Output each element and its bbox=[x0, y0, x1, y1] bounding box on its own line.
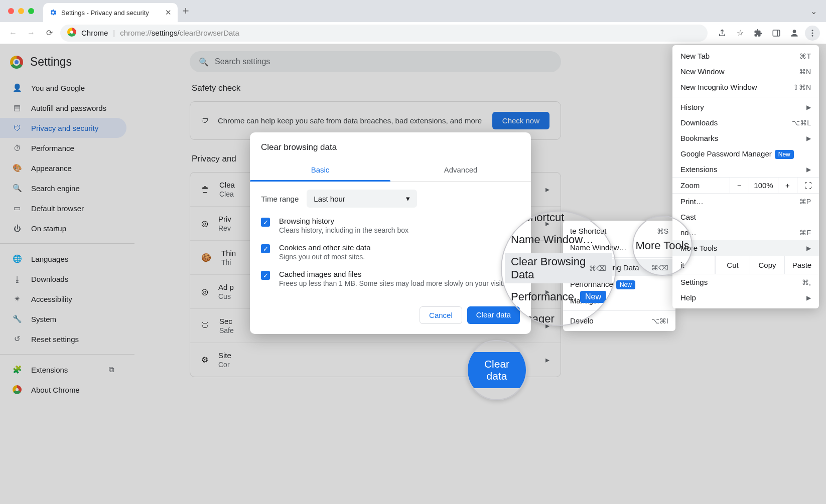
menu-new-incognito[interactable]: New Incognito Window⇧⌘N bbox=[672, 79, 819, 95]
check-now-button[interactable]: Check now bbox=[492, 112, 549, 129]
window-controls bbox=[8, 8, 34, 14]
sidebar-item-about-chrome[interactable]: About Chrome bbox=[0, 380, 126, 400]
open-external-icon: ⧉ bbox=[109, 365, 114, 374]
menu-history[interactable]: History▶ bbox=[672, 99, 819, 115]
clear-data-button[interactable]: Clear data bbox=[467, 306, 520, 324]
autofill-icon: ▤ bbox=[12, 103, 22, 113]
menu-print[interactable]: Print…⌘P bbox=[672, 194, 819, 209]
person-icon: 👤 bbox=[12, 83, 22, 93]
new-tab-button[interactable]: + bbox=[183, 5, 189, 18]
reset-icon: ↺ bbox=[12, 334, 22, 344]
zoom-out-button[interactable]: − bbox=[730, 178, 749, 193]
settings-sidebar: Settings 👤You and Google ▤Autofill and p… bbox=[0, 44, 134, 504]
menu-bookmarks[interactable]: Bookmarks▶ bbox=[672, 130, 819, 146]
browser-tab-active[interactable]: Settings - Privacy and security ✕ bbox=[43, 3, 178, 22]
sidebar-item-you-and-google[interactable]: 👤You and Google bbox=[0, 78, 126, 98]
chevron-right-icon: ▶ bbox=[806, 104, 811, 111]
menu-settings[interactable]: Settings⌘, bbox=[672, 274, 819, 290]
cancel-button[interactable]: Cancel bbox=[420, 306, 462, 324]
svg-point-4 bbox=[812, 32, 813, 34]
menu-zoom-row: Zoom − 100% + ⛶ bbox=[672, 177, 819, 194]
chevron-right-icon: ▶ bbox=[806, 294, 811, 301]
svg-rect-0 bbox=[773, 30, 780, 36]
sidebar-item-accessibility[interactable]: ✴Accessibility bbox=[0, 289, 126, 309]
highlight-clear-data[interactable]: Clear data bbox=[468, 352, 526, 388]
profile-avatar-icon[interactable] bbox=[787, 26, 802, 41]
menu-find[interactable]: nd…⌘F bbox=[672, 225, 819, 240]
bookmark-star-icon[interactable]: ☆ bbox=[733, 26, 748, 41]
download-icon: ⭳ bbox=[12, 274, 22, 284]
svg-point-3 bbox=[812, 30, 813, 31]
omnibox-app-label: Chrome bbox=[81, 29, 108, 37]
kebab-menu-icon[interactable] bbox=[805, 26, 820, 41]
sidebar-item-default-browser[interactable]: ▭Default browser bbox=[0, 198, 126, 218]
checkbox-checked-icon[interactable]: ✓ bbox=[261, 218, 270, 227]
zoom-level: 100% bbox=[749, 178, 778, 193]
window-close[interactable] bbox=[8, 8, 14, 14]
address-bar[interactable]: Chrome | chrome://settings/clearBrowserD… bbox=[60, 25, 708, 42]
menu-new-tab[interactable]: New Tab⌘T bbox=[672, 48, 819, 64]
menu-cut[interactable]: Cut bbox=[715, 256, 750, 274]
tab-advanced[interactable]: Advanced bbox=[390, 159, 531, 181]
checkbox-checked-icon[interactable]: ✓ bbox=[261, 244, 270, 253]
sidebar-item-languages[interactable]: 🌐Languages bbox=[0, 249, 126, 269]
share-icon[interactable] bbox=[715, 26, 730, 41]
sidebar-item-on-startup[interactable]: ⏻On startup bbox=[0, 218, 126, 238]
menu-help[interactable]: Help▶ bbox=[672, 290, 819, 305]
sidebar-item-performance[interactable]: ⏱Performance bbox=[0, 138, 126, 158]
menu-extensions[interactable]: Extensions▶ bbox=[672, 161, 819, 177]
sidebar-item-search-engine[interactable]: 🔍Search engine bbox=[0, 178, 126, 198]
tab-bar: Settings - Privacy and security ✕ + ⌄ bbox=[0, 0, 826, 22]
menu-edit-row: it Cut Copy Paste bbox=[672, 256, 819, 274]
menu-more-tools[interactable]: More Tools▶ bbox=[672, 240, 819, 256]
sidebar-item-privacy-and-security[interactable]: 🛡Privacy and security bbox=[0, 118, 126, 138]
sidebar-item-appearance[interactable]: 🎨Appearance bbox=[0, 158, 126, 178]
power-icon: ⏻ bbox=[12, 223, 22, 233]
window-minimize[interactable] bbox=[18, 8, 24, 14]
svg-point-2 bbox=[793, 30, 796, 33]
wrench-icon: 🔧 bbox=[12, 314, 22, 324]
globe-icon: 🌐 bbox=[12, 254, 22, 264]
menu-downloads[interactable]: Downloads⌥⌘L bbox=[672, 115, 819, 130]
menu-paste[interactable]: Paste bbox=[784, 256, 819, 274]
window-maximize[interactable] bbox=[28, 8, 34, 14]
chevron-right-icon: ▶ bbox=[806, 135, 811, 142]
time-range-select[interactable]: Last hour ▾ bbox=[307, 190, 417, 208]
menu-cast[interactable]: Cast bbox=[672, 209, 819, 225]
search-settings-input[interactable]: 🔍 Search settings bbox=[190, 51, 561, 72]
chevron-right-icon: ▶ bbox=[806, 166, 811, 173]
puzzle-icon: 🧩 bbox=[12, 365, 22, 375]
reload-button[interactable]: ⟳ bbox=[42, 26, 56, 40]
svg-point-5 bbox=[812, 35, 813, 36]
zoom-in-button[interactable]: + bbox=[778, 178, 797, 193]
checkbox-checked-icon[interactable]: ✓ bbox=[261, 271, 270, 280]
extensions-puzzle-icon[interactable] bbox=[751, 26, 766, 41]
menu-copy[interactable]: Copy bbox=[750, 256, 784, 274]
tab-title: Settings - Privacy and security bbox=[61, 9, 149, 17]
tab-close-icon[interactable]: ✕ bbox=[165, 8, 172, 17]
url-path-2: clearBrowserData bbox=[180, 29, 239, 37]
tabs-dropdown-icon[interactable]: ⌄ bbox=[810, 7, 817, 16]
sidebar-item-reset-settings[interactable]: ↺Reset settings bbox=[0, 329, 126, 349]
menu-password-manager[interactable]: Google Password ManagerNew bbox=[672, 146, 819, 161]
accessibility-icon: ✴ bbox=[12, 294, 22, 304]
side-panel-icon[interactable] bbox=[769, 26, 784, 41]
fullscreen-icon[interactable]: ⛶ bbox=[797, 178, 819, 193]
forward-button[interactable]: → bbox=[24, 26, 38, 40]
sidebar-item-extensions[interactable]: 🧩Extensions⧉ bbox=[0, 360, 126, 380]
option-cached-images[interactable]: ✓ Cached images and filesFrees up less t… bbox=[261, 270, 520, 287]
menu-new-window[interactable]: New Window⌘N bbox=[672, 64, 819, 79]
tab-basic[interactable]: Basic bbox=[250, 159, 390, 181]
option-cookies[interactable]: ✓ Cookies and other site dataSigns you o… bbox=[261, 243, 520, 261]
magnifier-clear-browsing-data: te Shortcut⌘ Name Window… Clear Browsing… bbox=[501, 211, 616, 326]
clear-browsing-data-dialog: Clear browsing data Basic Advanced Time … bbox=[250, 132, 531, 334]
option-browsing-history[interactable]: ✓ Browsing historyClears history, includ… bbox=[261, 217, 520, 234]
search-icon: 🔍 bbox=[12, 183, 22, 193]
back-button[interactable]: ← bbox=[6, 26, 20, 40]
sidebar-item-system[interactable]: 🔧System bbox=[0, 309, 126, 329]
sidebar-item-autofill[interactable]: ▤Autofill and passwords bbox=[0, 98, 126, 118]
shield-badge-icon: 🛡 bbox=[201, 116, 209, 125]
sidebar-item-downloads[interactable]: ⭳Downloads bbox=[0, 269, 126, 289]
chevron-right-icon: ▶ bbox=[806, 245, 811, 252]
search-placeholder: Search settings bbox=[215, 57, 270, 66]
